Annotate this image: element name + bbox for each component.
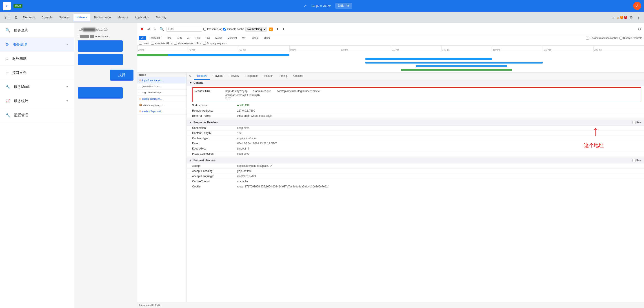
filter-tag-media[interactable]: Media [213,36,224,40]
field-name: Date: [192,142,237,145]
sidebar-item-service-stats[interactable]: 📈 服务统计 ▼ [0,94,74,108]
detail-tab-headers[interactable]: Headers [194,72,210,80]
network-conditions-button[interactable]: 📶 [268,27,274,32]
devtools-icon-dotgrid[interactable]: ⋮⋮ [2,14,12,20]
sidebar-item-service-query[interactable]: 🔍 服务查询 [0,23,74,37]
preserve-log-checkbox[interactable]: Preserve log [203,28,222,31]
sidebar-item-config-mgmt[interactable]: 🔧 配置管理 [0,108,74,122]
third-party-checkbox[interactable]: 3rd-party requests [203,42,227,45]
bottom-bar-text: 6 requests 39.1 kB ↓ [139,304,162,307]
request-name: jsoneditor-icons... [142,85,185,88]
tab-sources[interactable]: Sources [56,14,73,21]
tab-application[interactable]: Application [132,14,152,21]
throttle-select[interactable]: No throttling [246,27,267,32]
request-url-label: Request URL: http://test-tyzjzjj-zj- o-a… [194,90,639,93]
filter-tag-manifest[interactable]: Manifest [225,36,239,40]
tab-memory[interactable]: Memory [114,14,131,21]
more-tabs-button[interactable]: » [610,14,616,20]
filter-tag-all[interactable]: All [139,36,146,40]
tab-elements[interactable]: Elements [20,14,38,21]
filter-tag-img[interactable]: Img [204,36,212,40]
response-raw-checkbox[interactable]: Raw [632,121,641,124]
sidebar-item-api-docs[interactable]: ◇ 接口文档 [0,66,74,80]
record-button[interactable]: ⏺ [139,26,145,32]
request-item-dubbo[interactable]: ◎ dubbo-admin-inf... [137,96,186,102]
bottom-bar: 6 requests 39.1 kB ↓ [137,302,644,308]
filter-tag-other[interactable]: Other [262,36,272,40]
invert-checkbox[interactable]: Invert [139,42,149,45]
tab-performance[interactable]: Performance [91,14,114,21]
filter-tag-wasm[interactable]: Wasm [250,36,261,40]
more-options-button[interactable]: ⋮ [635,14,642,20]
sidebar-item-service-mock[interactable]: 🔧 服务Mock ▼ [0,80,74,94]
sidebar-item-service-test[interactable]: ◇ 服务测试 [0,52,74,66]
filter-tag-fetch-xhr[interactable]: Fetch/XHR [147,36,164,40]
arrow-up-icon: ↑ [592,124,599,138]
avatar: 人 [633,2,641,10]
detail-tab-response[interactable]: Response [242,72,261,80]
remote-address-value: 127.0.0.1:7890 [237,109,255,112]
execute-button[interactable]: 执行 [110,70,134,81]
sidebar-item-service-governance[interactable]: ⚙ 服务治理 ▼ [0,37,74,52]
request-item-logo[interactable]: — logo.5ba69830.p... [137,90,186,96]
request-header-cookie: Cookie: route=1717593658.975.1054.603424… [187,184,644,189]
tab-security[interactable]: Security [152,14,170,21]
lang-button[interactable]: 简体中文 [335,3,352,9]
stats-icon: 📈 [6,99,10,103]
blue-bar-3 [78,87,123,99]
test-icon: ◇ [6,56,8,61]
filter-input[interactable] [166,27,202,32]
devtools-settings-button[interactable]: ⚙ [637,26,642,32]
request-raw-checkbox[interactable]: Raw [632,159,641,162]
clear-button[interactable]: ⊘ [146,26,151,32]
filter-tag-doc[interactable]: Doc [165,36,174,40]
status-code-value: 200 OK [240,104,249,107]
request-name: logo.5ba69830.p... [142,91,185,94]
warn-badge: 1 [620,16,624,19]
blocked-requests-checkbox[interactable]: Blocked requests [620,36,642,39]
sidebar-item-label: 接口文档 [12,70,26,75]
request-item-jsoneditor[interactable]: — jsoneditor-icons... [137,83,186,90]
expand-icon[interactable]: ⤢ [304,3,307,8]
detail-tab-payload[interactable]: Payload [210,72,226,80]
request-name: data:image/png;b... [143,104,185,106]
response-header-content-length: Content-Length: 172 [187,131,644,136]
field-name: Accept-Language: [192,175,237,178]
tick-180ms: 180 ms [543,45,594,52]
detail-tab-preview[interactable]: Preview [226,72,242,80]
request-item-method[interactable]: ◎ method?applicati... [137,108,186,114]
tab-console[interactable]: Console [38,14,56,21]
filter-tag-ws[interactable]: WS [240,36,248,40]
request-icon: ◎ [139,110,141,113]
disable-cache-checkbox[interactable]: Disable cache [223,28,244,31]
hide-ext-urls-checkbox[interactable]: Hide extension URLs [174,42,201,45]
request-headers-section-header[interactable]: ▼ Request Headers Raw [187,157,644,163]
request-item-dataimage[interactable]: 📦 data:image/png;b... [137,102,186,108]
filter-button[interactable]: ▽ [152,26,157,32]
devtools-icon-layers[interactable]: ⧉ [13,14,19,20]
response-header-content-type: Content-Type: application/json [187,136,644,141]
settings-button[interactable]: ⚙ [628,14,634,20]
tick-140ms: 140 ms [441,45,492,52]
close-detail-button[interactable]: ✕ [187,72,194,80]
detail-tab-initiator[interactable]: Initiator [261,72,276,80]
hide-data-urls-checkbox[interactable]: Hide data URLs [151,42,172,45]
filter-tag-js[interactable]: JS [185,36,192,40]
import-button[interactable]: ⬆ [275,27,280,32]
governance-icon: ⚙ [6,42,9,47]
response-headers-section-header[interactable]: ▼ Response Headers Raw [187,119,644,125]
detail-tab-timing[interactable]: Timing [276,72,290,80]
filter-tag-font[interactable]: Font [193,36,203,40]
tab-network[interactable]: Network [74,14,90,21]
general-section-header[interactable]: ▼ General [187,80,644,86]
field-name: Cache-Control: [192,180,237,183]
tick-120ms: 120 ms [391,45,442,52]
blocked-cookies-checkbox[interactable]: Blocked response cookies [586,36,618,39]
waterfall-bar-5 [401,69,512,71]
filter-tag-css[interactable]: CSS [174,36,184,40]
export-button[interactable]: ⬇ [281,27,286,32]
search-button[interactable]: 🔍 [158,26,165,32]
detail-tab-cookies[interactable]: Cookies [290,72,306,80]
request-item-login[interactable]: ◎ login?userName=... [137,77,186,83]
filter-bar: All Fetch/XHR Doc CSS JS Font Img Media … [137,35,644,41]
